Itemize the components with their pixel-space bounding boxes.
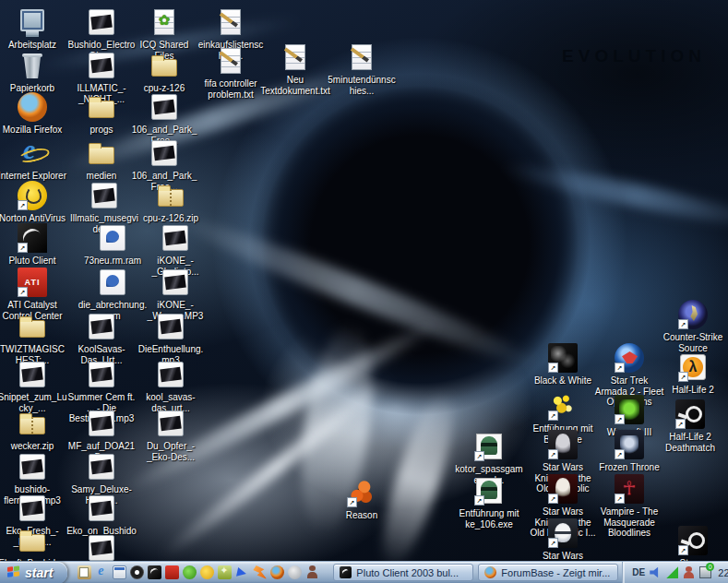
firefox-launcher[interactable]	[270, 565, 284, 579]
folder-icon	[87, 92, 116, 122]
desktop-icon-label: Half-Life 2	[658, 385, 728, 396]
media-icon	[156, 409, 185, 438]
norton-icon	[18, 181, 47, 210]
desktop-icon-label: Black & White	[528, 375, 598, 387]
desktop-icon-label: Half-Life 2 Deathmatch	[655, 432, 725, 453]
contact-launcher[interactable]	[305, 565, 319, 579]
media-icon	[149, 138, 179, 168]
boba-icon	[474, 432, 504, 461]
shortcut-arrow-overlay	[18, 287, 28, 297]
green-player-launcher[interactable]	[183, 565, 197, 579]
winamp-launcher[interactable]	[253, 565, 267, 579]
media-player-launcher[interactable]	[113, 565, 126, 579]
desktop-icon-label: Reason	[327, 510, 397, 521]
desktop-icon-medien[interactable]: medien	[66, 138, 137, 182]
shortcut-arrow-overlay	[548, 494, 558, 504]
yellow-messenger-launcher[interactable]	[200, 565, 214, 579]
trash-icon	[18, 51, 47, 80]
shortcut-arrow-overlay	[615, 449, 625, 459]
task-button-area: Pluto Client 2003 bul...ForumBase - Zeig…	[329, 564, 622, 581]
desktop-icon-pluto-client[interactable]: Pluto Client	[0, 223, 67, 267]
zipfolder-icon	[18, 409, 47, 438]
desktop-icon-fifa-controller[interactable]: fifa controller problem.txt	[196, 46, 266, 100]
desktop-icon-wecker-zip[interactable]: wecker.zip	[0, 409, 67, 452]
desktop-icon-label: cpu-z-126.zip	[136, 213, 206, 224]
desktop-icon-label: fifa controller problem.txt	[196, 78, 266, 100]
messenger-tray-icon[interactable]	[683, 566, 695, 578]
desktop-icon-half-life-2-deathmatch[interactable]: Half-Life 2 Deathmatch	[655, 399, 725, 453]
desktop-icon-cpu-z-zip[interactable]: cpu-z-126.zip	[136, 181, 206, 224]
gray-app-launcher[interactable]	[288, 565, 302, 579]
desktop-icon-entfuehrung-ke106[interactable]: Entführung mit ke_106.exe	[454, 476, 524, 529]
desktop-icon-papierkorb[interactable]: Papierkorb	[0, 51, 67, 94]
desktop-icon-black-and-white[interactable]: Black & White	[528, 343, 598, 387]
desktop-icon-counter-strike-source[interactable]: Counter-Strike Source	[658, 300, 728, 353]
desktop-icon-label: Counter-Strike Source	[658, 332, 728, 353]
quick-launch-bar	[73, 565, 324, 579]
desktop-icon-progs[interactable]: progs	[66, 92, 137, 136]
internet-explorer-launcher[interactable]	[95, 565, 109, 579]
taskbar-clock[interactable]: 22:57	[718, 567, 728, 578]
desktop-icon-twiztmagischest[interactable]: TWIZTMAGISCHEST:...	[0, 312, 67, 365]
windows-flag-icon	[7, 565, 20, 578]
media-icon	[87, 494, 116, 523]
desktop-icon-vampire-bloodlines[interactable]: Vampire - The Masquerade Bloodlines	[594, 474, 664, 539]
desktop-icon-half-life-2[interactable]: Half-Life 2	[658, 352, 728, 396]
game-steam-icon	[678, 526, 708, 555]
task-button-label: ForumBase - Zeigt mir...	[501, 567, 610, 578]
desktop-icon-die-enthuellung[interactable]: DieEnthuellung.mp3	[136, 312, 206, 365]
desktop-icon-label: Du_Opfer_-_Eko-Des...	[136, 441, 206, 462]
media-icon	[90, 181, 119, 210]
media-icon	[18, 452, 47, 482]
ie-icon	[18, 138, 47, 168]
shortcut-arrow-overlay	[675, 419, 686, 429]
desktop-icon-du-opfer[interactable]: Du_Opfer_-_Eko-Des...	[136, 409, 206, 462]
game-wc3-icon	[615, 395, 644, 424]
desktop-icon-arbeitsplatz[interactable]: Arbeitsplatz	[0, 7, 67, 51]
desktop-icon-frozen-throne[interactable]: Frozen Throne	[594, 430, 664, 473]
desktop-icon-neu-rm-ram[interactable]: 73neu.rm.ram	[78, 223, 148, 267]
desktop-icon-koolsavas-das-urt[interactable]: KoolSavas-Das_Urt...	[66, 312, 137, 365]
desktop-icon-neu-textdokument[interactable]: Neu Textdokument.txt	[260, 42, 330, 96]
ram-icon	[98, 223, 127, 253]
txt-icon	[216, 7, 245, 37]
desktop-icon-label: Arbeitsplatz	[0, 40, 67, 51]
desktop-icon-kool-savas-das-urt[interactable]: kool_savas-das_urt...	[136, 360, 206, 413]
language-indicator[interactable]: DE	[632, 567, 645, 577]
shortcut-arrow-overlay	[615, 363, 625, 373]
start-button[interactable]: start	[0, 562, 67, 583]
pluto-client-launcher[interactable]	[148, 565, 161, 579]
desktop-icon-snippet-lucky[interactable]: Snippet_zum_Lucky_...	[0, 360, 67, 413]
task-button-0[interactable]: Pluto Client 2003 bul...	[333, 564, 473, 581]
shortcut-arrow-overlay	[548, 363, 558, 373]
media-icon	[161, 223, 190, 253]
desktop-icon-fuenf-minuten[interactable]: 5minutendünnschies...	[327, 42, 397, 96]
desktop-icon-internet-explorer[interactable]: Internet Explorer	[0, 138, 67, 182]
media-icon	[156, 312, 185, 341]
media-icon	[156, 360, 185, 389]
desktop-icon-mozilla-firefox[interactable]: Mozilla Firefox	[0, 92, 67, 136]
bumi-icon	[548, 391, 578, 421]
media-icon	[87, 312, 116, 341]
shortcut-arrow-overlay	[347, 497, 357, 507]
cd-player-launcher[interactable]	[130, 565, 144, 579]
ati-launcher[interactable]	[165, 565, 179, 579]
connection-monitor-tray-icon[interactable]	[699, 566, 711, 578]
network-signal-tray-icon[interactable]	[666, 566, 678, 578]
media-icon	[161, 268, 190, 297]
game-hl2dm-icon	[675, 399, 705, 429]
shortcut-arrow-overlay	[615, 494, 625, 504]
media-icon	[87, 409, 116, 438]
show-desktop-button[interactable]	[78, 565, 91, 579]
blue-arrow-launcher[interactable]	[235, 565, 249, 579]
task-button-1[interactable]: ForumBase - Zeigt mir...	[478, 564, 618, 581]
shortcut-arrow-overlay	[678, 372, 688, 382]
media-icon	[149, 92, 179, 122]
media-icon	[18, 494, 47, 523]
desktop-icon-label: 5minutendünnschies...	[327, 75, 397, 96]
volume-tray-icon[interactable]	[650, 566, 662, 578]
folder-icon	[87, 138, 116, 168]
desktop-icon-reason[interactable]: Reason	[327, 478, 397, 521]
updater-launcher[interactable]	[218, 565, 232, 579]
desktop-icon-cpu-z-folder[interactable]: cpu-z-126	[129, 51, 199, 94]
